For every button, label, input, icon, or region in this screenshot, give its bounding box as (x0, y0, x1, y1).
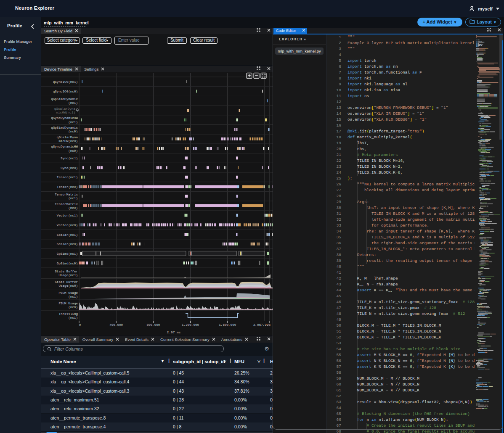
svg-text:PSUM Usage: PSUM Usage (58, 291, 78, 295)
svg-text:(nc1): (nc1) (68, 101, 78, 105)
svg-text:Scalar(nc0): Scalar(nc0) (57, 243, 78, 246)
svg-text:qScalarDyna: qScalarDyna (57, 136, 78, 139)
svg-text:0: 0 (79, 323, 81, 327)
svg-text:(nc1): (nc1) (68, 121, 78, 124)
svg-text:800,000: 800,000 (146, 323, 160, 327)
svg-text:Tensor(nc0): Tensor(nc0) (57, 185, 78, 189)
svg-text:qSyncDynamicHW: qSyncDynamicHW (51, 145, 78, 148)
svg-text:Sync(nc0): Sync(nc0) (61, 166, 78, 170)
svg-text:GpSimd(nc1): GpSimd(nc1) (57, 252, 78, 256)
svg-text:Tensor(nc1): Tensor(nc1) (57, 176, 78, 179)
svg-text:(nc0): (nc0) (68, 206, 78, 210)
svg-text:qGpSimdDynamic: qGpSimdDynamic (51, 98, 78, 101)
svg-text:(nc1): (nc1) (68, 316, 78, 319)
svg-text:1,600,000: 1,600,000 (219, 323, 236, 327)
svg-text:qSyncIO0(nc1): qSyncIO0(nc1) (53, 80, 78, 84)
svg-text:State Buffer: State Buffer (55, 280, 78, 284)
svg-text:Vector(nc1): Vector(nc1) (57, 214, 78, 217)
svg-text:Usage(nc1): Usage(nc1) (58, 274, 78, 277)
svg-text:State Buffer: State Buffer (55, 270, 78, 273)
svg-text:Vector(nc0): Vector(nc0) (57, 224, 78, 227)
svg-text:micHW(nc0): micHW(nc0) (58, 140, 78, 143)
svg-text:TensorMatrix: TensorMatrix (55, 203, 78, 206)
svg-text:400,000: 400,000 (109, 323, 123, 327)
svg-text:2,067,998: 2,067,998 (253, 323, 271, 327)
svg-text:GpSimd(nc0): GpSimd(nc0) (57, 262, 78, 265)
svg-text:Scalar(nc1): Scalar(nc1) (57, 233, 78, 237)
svg-text:(nc0): (nc0) (68, 130, 78, 133)
svg-text:(nc1): (nc1) (68, 295, 78, 298)
svg-text:qSyncIO0(nc0): qSyncIO0(nc0) (53, 90, 78, 93)
svg-text:Sync(nc1): Sync(nc1) (61, 157, 78, 160)
svg-text:2.07 ms: 2.07 ms (167, 331, 181, 334)
svg-text:(nc0): (nc0) (68, 149, 78, 153)
svg-text:qSyncDynamicHW: qSyncDynamicHW (51, 116, 78, 120)
svg-text:micHW(nc1): micHW(nc1) (56, 111, 75, 114)
svg-text:PSUM Usage: PSUM Usage (58, 302, 78, 305)
svg-text:qScalarDyna: qScalarDyna (54, 107, 76, 111)
svg-text:(nc0): (nc0) (68, 306, 78, 309)
svg-text:(nc1): (nc1) (68, 197, 78, 200)
svg-text:TensorMatrix: TensorMatrix (55, 193, 78, 196)
svg-text:Usage(nc0): Usage(nc0) (58, 284, 78, 288)
svg-text:Throttling: Throttling (58, 312, 78, 316)
svg-text:1,200,000: 1,200,000 (182, 323, 199, 327)
svg-text:qGpSimdDynamic: qGpSimdDynamic (51, 126, 78, 129)
